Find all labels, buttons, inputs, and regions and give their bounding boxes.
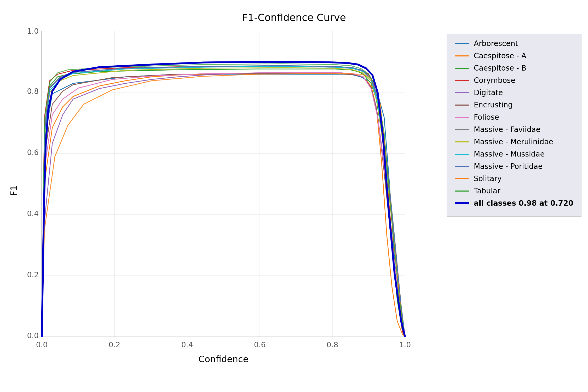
svg-text:0.6: 0.6 bbox=[254, 341, 266, 349]
legend-line bbox=[455, 43, 469, 44]
chart-legend: ArborescentCaespitose - ACaespitose - BC… bbox=[447, 34, 581, 217]
svg-text:0.8: 0.8 bbox=[27, 87, 39, 96]
legend-line bbox=[455, 55, 469, 56]
svg-rect-0 bbox=[42, 31, 405, 337]
legend-item: Caespitose - B bbox=[455, 64, 573, 72]
legend-line bbox=[455, 68, 469, 69]
svg-text:1.0: 1.0 bbox=[399, 341, 411, 349]
legend-line bbox=[455, 166, 469, 167]
legend-label: Caespitose - A bbox=[474, 51, 526, 60]
chart-title: F1-Confidence Curve bbox=[7, 7, 581, 23]
legend-item: Foliose bbox=[455, 113, 573, 122]
legend-item: Arborescent bbox=[455, 39, 573, 48]
legend-item: Digitate bbox=[455, 88, 573, 97]
legend-label: Encrusting bbox=[474, 101, 513, 109]
legend-item: Massive - Mussidae bbox=[455, 150, 573, 158]
svg-text:0.8: 0.8 bbox=[327, 341, 338, 349]
legend-label: Massive - Merulinidae bbox=[474, 137, 553, 146]
chart-area: F1 bbox=[7, 26, 581, 379]
legend-item: Encrusting bbox=[455, 101, 573, 109]
legend-line bbox=[455, 80, 469, 81]
svg-text:0.2: 0.2 bbox=[109, 341, 120, 349]
svg-text:0.0: 0.0 bbox=[36, 341, 48, 349]
legend-line bbox=[455, 178, 469, 179]
legend-label: Tabular bbox=[474, 187, 500, 195]
legend-line bbox=[455, 92, 469, 93]
legend-line bbox=[455, 141, 469, 142]
svg-text:0.6: 0.6 bbox=[27, 148, 39, 157]
legend-item: Tabular bbox=[455, 187, 573, 195]
chart-inner: F1-Confidence Curve F1 bbox=[7, 7, 581, 385]
legend-label: Massive - Faviidae bbox=[474, 125, 540, 134]
svg-text:0.4: 0.4 bbox=[181, 341, 193, 349]
svg-text:0.4: 0.4 bbox=[27, 209, 39, 218]
chart-container: F1-Confidence Curve F1 bbox=[0, 0, 588, 392]
svg-text:1.0: 1.0 bbox=[27, 27, 39, 36]
legend-label: Massive - Mussidae bbox=[474, 150, 545, 158]
legend-line bbox=[455, 117, 469, 118]
legend-line bbox=[455, 105, 469, 106]
x-axis-label: Confidence bbox=[21, 354, 426, 364]
legend-label: Caespitose - B bbox=[474, 64, 526, 72]
legend-label: all classes 0.98 at 0.720 bbox=[474, 199, 573, 207]
legend-line bbox=[455, 129, 469, 130]
legend-label: Solitary bbox=[474, 174, 502, 183]
legend-line bbox=[455, 154, 469, 155]
legend-item: Corymbose bbox=[455, 76, 573, 85]
legend-line bbox=[455, 202, 469, 204]
legend-label: Arborescent bbox=[474, 39, 518, 48]
svg-container: 0.0 0.2 0.4 0.6 0.8 1.0 0.0 0.2 0.4 0.6 … bbox=[21, 26, 426, 353]
legend-item: Massive - Poritidae bbox=[455, 162, 573, 171]
svg-text:0.0: 0.0 bbox=[27, 331, 39, 340]
legend-item: Massive - Faviidae bbox=[455, 125, 573, 134]
legend-label: Digitate bbox=[474, 88, 503, 97]
legend-label: Corymbose bbox=[474, 76, 515, 85]
legend-label: Massive - Poritidae bbox=[474, 162, 543, 171]
y-axis-label: F1 bbox=[7, 34, 21, 347]
legend-item: Massive - Merulinidae bbox=[455, 137, 573, 146]
legend-item: Solitary bbox=[455, 174, 573, 183]
svg-text:0.2: 0.2 bbox=[27, 270, 39, 279]
plot-section: 0.0 0.2 0.4 0.6 0.8 1.0 0.0 0.2 0.4 0.6 … bbox=[21, 26, 439, 364]
legend-label: Foliose bbox=[474, 113, 499, 122]
chart-svg: 0.0 0.2 0.4 0.6 0.8 1.0 0.0 0.2 0.4 0.6 … bbox=[21, 26, 426, 353]
legend-item: all classes 0.98 at 0.720 bbox=[455, 199, 573, 207]
legend-line bbox=[455, 191, 469, 192]
legend-item: Caespitose - A bbox=[455, 51, 573, 60]
